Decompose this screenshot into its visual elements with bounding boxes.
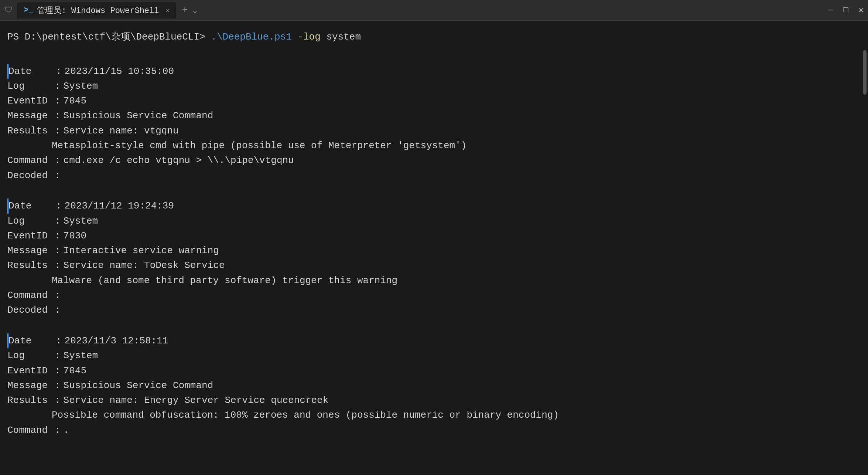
log-label-1: Log [7,79,52,94]
log-value-3: System [64,348,98,363]
log-entry-1: Date : 2023/11/15 10:35:00 Log : System … [7,64,861,183]
log-label-3: Log [7,348,52,363]
powershell-tab[interactable]: >_ 管理员: Windows PowerShell ✕ [17,2,176,18]
eventid-value-3: 7045 [64,363,86,378]
results-value-3a: Service name: Energy Server Service quee… [64,393,329,408]
tab-dropdown-icon[interactable]: ⌄ [193,6,197,15]
tab-title: 管理员: Windows PowerShell [37,5,159,16]
entry3-eventid-row: EventID : 7045 [7,363,861,378]
results-value-1a: Service name: vtgqnu [64,123,179,138]
entry2-log-row: Log : System [7,214,861,228]
entry1-command-row: Command : cmd.exe /c echo vtgqnu > \\.\p… [7,153,861,168]
message-value-2: Interactive service warning [64,243,219,258]
command-value-1: cmd.exe /c echo vtgqnu > \\.\pipe\vtgqnu [64,153,294,168]
log-value-1: System [64,79,98,94]
eventid-label-3: EventID [7,363,52,378]
entry2-eventid-row: EventID : 7030 [7,228,861,243]
entry1-eventid-row: EventID : 7045 [7,94,861,108]
date-value-1: 2023/11/15 10:35:00 [65,64,174,79]
message-value-1: Suspicious Service Command [64,108,213,123]
prompt-line: PS D:\pentest\ctf\杂项\DeepBlueCLI> .\Deep… [7,30,861,44]
command-arg: system [326,31,361,43]
entry3-log-row: Log : System [7,348,861,363]
command-script: .\DeepBlue.ps1 [211,31,291,43]
command-value-3: . [64,423,69,438]
prompt-path: PS D:\pentest\ctf\杂项\DeepBlueCLI> [7,31,205,43]
message-value-3: Suspicious Service Command [64,378,213,393]
entry1-decoded-row: Decoded : [7,168,861,183]
log-entry-3: Date : 2023/11/3 12:58:11 Log : System E… [7,333,861,438]
shield-icon: 🛡 [4,5,13,15]
eventid-value-1: 7045 [64,94,86,108]
entry2-decoded-row: Decoded : [7,303,861,318]
log-label-2: Log [7,214,52,228]
eventid-label-2: EventID [7,228,52,243]
log-entry-2: Date : 2023/11/12 19:24:39 Log : System … [7,199,861,318]
entry2-results-row: Results : Service name: ToDesk Service [7,258,861,273]
message-label-1: Message [7,108,52,123]
maximize-button[interactable]: □ [844,6,848,15]
date-label-2: Date [8,199,53,213]
results-label-3: Results [7,393,52,408]
results-label-1: Results [7,123,52,138]
results-value-1b: Metasploit-style cmd with pipe (possible… [52,138,861,153]
entry3-results-row: Results : Service name: Energy Server Se… [7,393,861,408]
terminal-output[interactable]: PS D:\pentest\ctf\杂项\DeepBlueCLI> .\Deep… [0,21,868,475]
entry1-date-row: Date : 2023/11/15 10:35:00 [7,64,861,79]
results-value-2b: Malware (and some third party software) … [52,273,861,288]
entry2-message-row: Message : Interactive service warning [7,243,861,258]
date-value-3: 2023/11/3 12:58:11 [65,333,168,348]
command-label-1: Command [7,153,52,168]
decoded-label-1: Decoded [7,168,52,183]
new-tab-button[interactable]: + [182,5,187,15]
minimize-button[interactable]: — [828,6,833,15]
results-label-2: Results [7,258,52,273]
eventid-value-2: 7030 [64,228,86,243]
window-controls: — □ ✕ [828,5,864,15]
date-value-2: 2023/11/12 19:24:39 [65,199,174,213]
entry1-message-row: Message : Suspicious Service Command [7,108,861,123]
entry3-command-row: Command : . [7,423,861,438]
entry3-date-row: Date : 2023/11/3 12:58:11 [7,333,861,348]
message-label-2: Message [7,243,52,258]
eventid-label-1: EventID [7,94,52,108]
message-label-3: Message [7,378,52,393]
command-label-2: Command [7,288,52,303]
powershell-icon: >_ [24,6,33,15]
entry3-message-row: Message : Suspicious Service Command [7,378,861,393]
entry1-results-row: Results : Service name: vtgqnu [7,123,861,138]
tab-close-icon[interactable]: ✕ [165,6,170,14]
command-label-3: Command [7,423,52,438]
titlebar: 🛡 >_ 管理员: Windows PowerShell ✕ + ⌄ — □ ✕ [0,0,868,21]
results-value-3b: Possible command obfuscation: 100% zeroe… [52,408,861,423]
log-value-2: System [64,214,98,228]
close-button[interactable]: ✕ [859,5,864,15]
scrollbar[interactable] [863,50,867,95]
entry2-date-row: Date : 2023/11/12 19:24:39 [7,199,861,213]
entry1-log-row: Log : System [7,79,861,94]
entry2-command-row: Command : [7,288,861,303]
date-label-1: Date [8,64,53,79]
results-value-2a: Service name: ToDesk Service [64,258,225,273]
decoded-label-2: Decoded [7,303,52,318]
command-flag: -log [297,31,320,43]
date-label-3: Date [8,333,53,348]
